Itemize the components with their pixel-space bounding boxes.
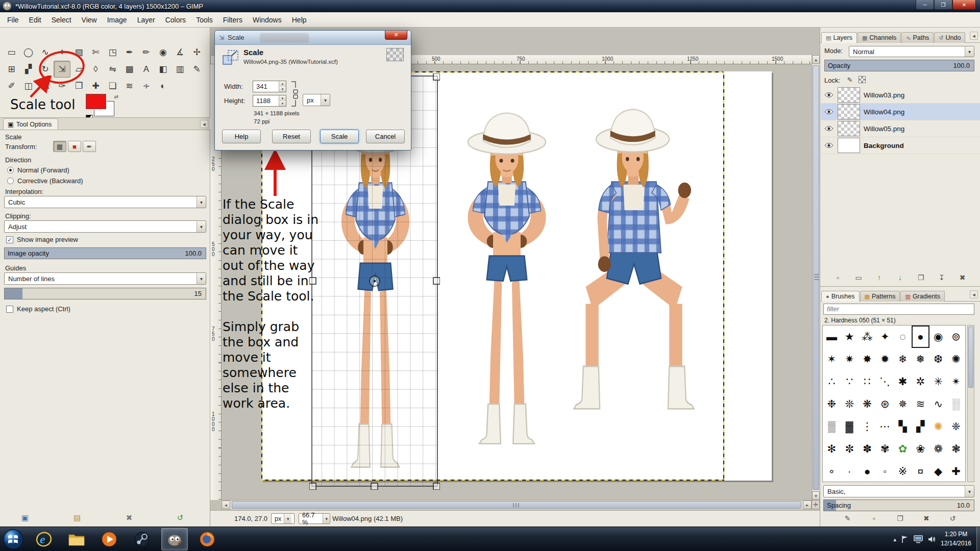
paintbrush-tool[interactable]: ✐ (3, 78, 20, 94)
tab-gradients[interactable]: ▥ Gradients (900, 291, 945, 302)
rectangle-select-tool[interactable]: ▭ (3, 44, 20, 61)
brush-swatch[interactable]: ✦ (876, 325, 894, 348)
brush-set-select[interactable]: Basic, ▾ (823, 485, 974, 497)
ink-tool[interactable]: ✑ (54, 78, 70, 94)
brush-spacing-slider[interactable]: Spacing 10.0 (823, 499, 974, 511)
network-icon[interactable] (914, 535, 923, 543)
brush-swatch[interactable]: ◉ (929, 325, 947, 348)
brush-swatch[interactable]: ✽ (859, 438, 876, 460)
brush-filter-input[interactable] (823, 304, 974, 315)
lower-layer-button[interactable]: ↓ (893, 272, 907, 283)
select-by-color-tool[interactable]: ▧ (70, 44, 87, 61)
brush-swatch[interactable]: ✺ (929, 415, 947, 438)
interpolation-select[interactable]: Cubic ▾ (4, 196, 206, 208)
airbrush-tool[interactable]: ☁ (37, 78, 54, 94)
tab-layers[interactable]: ▤ Layers (821, 32, 857, 43)
scroll-down-icon[interactable]: ▾ (812, 491, 820, 500)
reset-button[interactable]: Reset (272, 130, 311, 143)
visibility-eye-icon[interactable] (824, 108, 834, 116)
tab-undo[interactable]: ↺ Undo (934, 32, 965, 43)
new-layer-group-button[interactable]: ▭ (851, 272, 866, 283)
duplicate-layer-button[interactable]: ❐ (914, 272, 928, 283)
guides-select[interactable]: Number of lines ▾ (4, 272, 206, 285)
brush-swatch[interactable]: ∵ (841, 370, 859, 393)
brush-swatch[interactable]: ≋ (912, 393, 929, 415)
taskbar-media-player-icon[interactable] (96, 528, 122, 550)
align-tool[interactable]: ⊞ (3, 61, 20, 78)
brush-swatch[interactable]: ✱ (894, 370, 912, 393)
brush-swatch[interactable]: ● (859, 460, 876, 482)
brush-swatch[interactable]: ▒ (823, 415, 841, 438)
brush-swatch[interactable]: ⋱ (876, 370, 894, 393)
move-tool[interactable]: ✢ (188, 44, 205, 61)
visibility-eye-icon[interactable] (824, 141, 834, 149)
dialog-close-button[interactable]: ✕ (385, 31, 407, 40)
unit-select[interactable]: px ▾ (303, 94, 330, 106)
brush-scroll-thumb[interactable] (968, 327, 973, 388)
scale-tool[interactable]: ⇲ (54, 61, 70, 78)
cancel-button[interactable]: Cancel (366, 130, 405, 143)
menu-view[interactable]: View (77, 14, 102, 26)
brush-swatch[interactable]: ❃ (947, 438, 965, 460)
help-button[interactable]: Help (222, 130, 261, 143)
brush-swatch[interactable]: ◌ (894, 325, 912, 348)
brush-swatch[interactable]: ⊚ (947, 325, 965, 348)
smudge-tool[interactable]: ∻ (138, 78, 155, 94)
brush-hardness-050[interactable]: ● (912, 325, 929, 348)
image-opacity-slider[interactable]: Image opacity 100.0 (4, 247, 206, 259)
spin-up-icon[interactable]: ▴ (279, 95, 286, 101)
window-titlebar[interactable]: *WillowTutorial.xcf-8.0 (RGB color, 4 la… (0, 0, 980, 12)
brush-swatch[interactable]: ❉ (823, 393, 841, 415)
horizontal-scroll-thumb[interactable] (232, 501, 801, 509)
brush-swatch[interactable]: ✿ (894, 438, 912, 460)
brush-swatch[interactable]: ✴ (947, 370, 965, 393)
start-button[interactable] (2, 528, 24, 550)
tab-patterns[interactable]: ▩ Patterns (860, 291, 900, 302)
pencil-tool[interactable]: ✎ (188, 61, 205, 78)
brush-swatch[interactable]: ◦ (876, 460, 894, 482)
foreground-color-swatch[interactable] (86, 94, 106, 109)
brush-swatch[interactable]: ⊛ (876, 393, 894, 415)
brush-swatch[interactable]: ∴ (823, 370, 841, 393)
dock-menu-button[interactable]: ◂ (970, 32, 978, 40)
bucket-fill-tool[interactable]: ◧ (155, 61, 172, 78)
perspective-clone-tool[interactable]: ❏ (104, 78, 121, 94)
free-select-tool[interactable]: ∿ (37, 44, 54, 61)
brush-swatch[interactable]: ✸ (859, 348, 876, 370)
tab-brushes[interactable]: ● Brushes (821, 291, 860, 302)
layer-row-background[interactable]: Background (821, 137, 980, 154)
brush-swatch[interactable]: ✲ (912, 370, 929, 393)
guides-lines-slider[interactable]: 15 (4, 288, 206, 299)
new-brush-button[interactable]: ▫ (867, 513, 881, 524)
zoom-tool[interactable]: ◉ (155, 44, 172, 61)
transform-path-button[interactable]: ✒ (83, 141, 96, 152)
brush-swatch[interactable]: ❊ (841, 393, 859, 415)
brush-swatch[interactable]: ❅ (912, 348, 929, 370)
menu-help[interactable]: Help (287, 14, 312, 26)
visibility-eye-icon[interactable] (824, 91, 834, 99)
eraser-tool[interactable]: ◫ (20, 78, 37, 94)
brush-swatch[interactable]: ❈ (947, 415, 965, 438)
unit-select[interactable]: px ▾ (271, 513, 295, 524)
edit-brush-button[interactable]: ✎ (841, 513, 855, 524)
brush-swatch[interactable]: ★ (841, 325, 859, 348)
fuzzy-select-tool[interactable]: ✦ (54, 44, 70, 61)
crop-tool[interactable]: ▞ (20, 61, 37, 78)
tray-expand-icon[interactable]: ▴ (893, 536, 896, 543)
menu-select[interactable]: Select (46, 14, 77, 26)
scale-dialog[interactable]: ⇲ Scale ✕ Scale Willow04.png-35 (WillowT… (214, 30, 411, 151)
text-tool[interactable]: A (138, 61, 155, 78)
brush-swatch[interactable]: ▚ (894, 415, 912, 438)
volume-icon[interactable] (928, 535, 936, 543)
brush-swatch[interactable]: ❀ (912, 438, 929, 460)
new-layer-button[interactable]: ▫ (830, 272, 845, 283)
measure-tool[interactable]: ∡ (172, 44, 188, 61)
vertical-scroll-thumb[interactable] (813, 65, 819, 490)
perspective-tool[interactable]: ◊ (87, 61, 104, 78)
layer-mode-select[interactable]: Normal ▾ (849, 46, 974, 57)
brush-swatch[interactable]: ∙ (841, 460, 859, 482)
delete-tool-preset-button[interactable]: ✖ (122, 512, 136, 523)
keep-aspect-checkbox[interactable]: Keep aspect (Ctrl) (6, 305, 70, 313)
direction-corrective-radio[interactable]: Corrective (Backward) (7, 177, 83, 185)
layer-row-willow03[interactable]: Willow03.png (821, 87, 980, 104)
